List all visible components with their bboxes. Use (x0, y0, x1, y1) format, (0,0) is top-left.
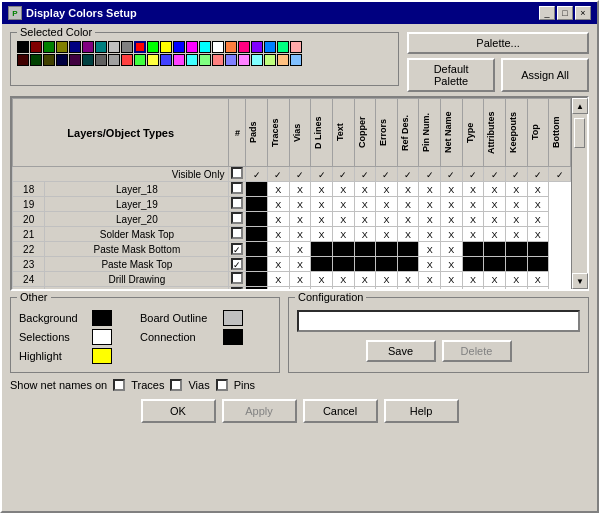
vis-keepouts[interactable] (505, 167, 527, 182)
color-swatch[interactable] (95, 54, 107, 66)
vis-pads[interactable] (246, 167, 268, 182)
color-swatch[interactable] (160, 54, 172, 66)
vis-type[interactable] (462, 167, 484, 182)
color-swatch[interactable] (121, 41, 133, 53)
color-swatch[interactable] (212, 41, 224, 53)
connection-color[interactable] (223, 329, 243, 345)
board-outline-color[interactable] (223, 310, 243, 326)
selections-color[interactable] (92, 329, 112, 345)
color-swatch[interactable] (17, 41, 29, 53)
cancel-button[interactable]: Cancel (303, 399, 378, 423)
color-swatch[interactable] (173, 41, 185, 53)
ok-button[interactable]: OK (141, 399, 216, 423)
layer-name[interactable]: Solder Mask Top (45, 227, 229, 242)
color-swatch[interactable] (108, 54, 120, 66)
color-swatch[interactable] (121, 54, 133, 66)
row-check[interactable] (229, 212, 246, 227)
layer-name[interactable]: Paste Mask Bottom (45, 242, 229, 257)
color-swatch[interactable] (56, 41, 68, 53)
layer-name[interactable]: Layer_20 (45, 212, 229, 227)
layer-name[interactable]: Drill Drawing (45, 272, 229, 287)
traces-checkbox[interactable] (113, 379, 125, 391)
color-swatch[interactable] (238, 41, 250, 53)
row-check[interactable] (229, 227, 246, 242)
row-check[interactable] (229, 182, 246, 197)
background-color[interactable] (92, 310, 112, 326)
vias-checkbox[interactable] (170, 379, 182, 391)
color-swatch[interactable] (238, 54, 250, 66)
row-check[interactable] (229, 272, 246, 287)
color-swatch[interactable] (82, 41, 94, 53)
vis-dlines[interactable] (311, 167, 333, 182)
vis-traces[interactable] (268, 167, 290, 182)
table-scrollbar[interactable]: ▲ ▼ (571, 98, 587, 289)
vis-vias[interactable] (289, 167, 311, 182)
default-palette-button[interactable]: Default Palette (407, 58, 495, 92)
vis-refdes[interactable] (397, 167, 419, 182)
visible-checkbox[interactable] (231, 167, 243, 179)
visible-check[interactable] (229, 167, 246, 182)
minimize-button[interactable]: _ (539, 6, 555, 20)
color-swatch[interactable] (134, 54, 146, 66)
color-swatch[interactable] (147, 41, 159, 53)
row-check[interactable] (229, 197, 246, 212)
color-swatch[interactable] (173, 54, 185, 66)
color-swatch[interactable] (251, 41, 263, 53)
highlight-color[interactable] (92, 348, 112, 364)
layer-name[interactable]: Layer_18 (45, 182, 229, 197)
color-swatch[interactable] (212, 54, 224, 66)
palette-button[interactable]: Palette... (407, 32, 589, 54)
help-button[interactable]: Help (384, 399, 459, 423)
color-swatch[interactable] (30, 54, 42, 66)
scroll-up-arrow[interactable]: ▲ (572, 98, 588, 114)
save-button[interactable]: Save (366, 340, 436, 362)
color-swatch[interactable] (186, 54, 198, 66)
vis-bottom[interactable] (549, 167, 571, 182)
color-swatch[interactable] (277, 41, 289, 53)
color-swatch[interactable] (264, 54, 276, 66)
color-swatch[interactable] (225, 41, 237, 53)
delete-button[interactable]: Delete (442, 340, 512, 362)
color-swatch[interactable] (56, 54, 68, 66)
layer-name[interactable]: Layer_19 (45, 197, 229, 212)
color-swatch[interactable] (290, 41, 302, 53)
color-swatch[interactable] (108, 41, 120, 53)
color-swatch[interactable] (251, 54, 263, 66)
color-swatch[interactable] (160, 41, 172, 53)
color-swatch[interactable] (290, 54, 302, 66)
color-swatch[interactable] (43, 54, 55, 66)
close-button[interactable]: × (575, 6, 591, 20)
pins-checkbox[interactable] (216, 379, 228, 391)
color-swatch[interactable] (147, 54, 159, 66)
color-swatch[interactable] (264, 41, 276, 53)
layer-name[interactable]: Paste Mask Top (45, 257, 229, 272)
color-swatch[interactable] (225, 54, 237, 66)
color-swatch[interactable] (95, 41, 107, 53)
color-swatch[interactable] (186, 41, 198, 53)
maximize-button[interactable]: □ (557, 6, 573, 20)
color-swatch[interactable] (17, 54, 29, 66)
apply-button[interactable]: Apply (222, 399, 297, 423)
color-swatch[interactable] (199, 54, 211, 66)
assign-all-button[interactable]: Assign All (501, 58, 589, 92)
color-swatch[interactable] (69, 41, 81, 53)
vis-errors[interactable] (376, 167, 398, 182)
row-check[interactable] (229, 242, 246, 257)
color-swatch[interactable] (43, 41, 55, 53)
row-check[interactable] (229, 287, 246, 290)
color-swatch[interactable] (134, 41, 146, 53)
color-swatch[interactable] (30, 41, 42, 53)
color-swatch[interactable] (199, 41, 211, 53)
vis-text[interactable] (332, 167, 354, 182)
vis-pinnum[interactable] (419, 167, 441, 182)
vis-copper[interactable] (354, 167, 376, 182)
color-swatch[interactable] (69, 54, 81, 66)
color-swatch[interactable] (82, 54, 94, 66)
scroll-down-arrow[interactable]: ▼ (572, 273, 588, 289)
color-swatch[interactable] (277, 54, 289, 66)
scroll-thumb[interactable] (574, 118, 585, 148)
row-check[interactable] (229, 257, 246, 272)
layer-name[interactable]: Layer_25 (45, 287, 229, 290)
vis-netname[interactable] (441, 167, 463, 182)
vis-attributes[interactable] (484, 167, 506, 182)
